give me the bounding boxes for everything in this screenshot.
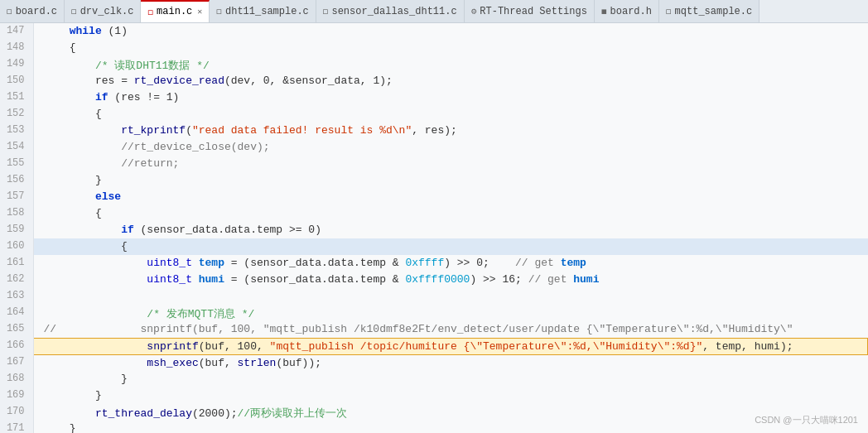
line-number: 170 — [0, 404, 33, 421]
tab-label: sensor_dallas_dht11.c — [331, 6, 456, 17]
code-line: //rt_device_close(dev); — [33, 139, 868, 156]
tab-mqtt-sample-c[interactable]: ◻mqtt_sample.c — [659, 0, 760, 23]
table-row: 148 { — [0, 40, 868, 56]
tab-label: board.c — [16, 6, 57, 17]
table-row: 161 uint8_t temp = (sensor_data.data.tem… — [0, 255, 868, 272]
line-number: 160 — [0, 238, 33, 255]
line-number: 166 — [0, 338, 33, 354]
line-number: 161 — [0, 255, 33, 272]
line-number: 171 — [0, 421, 33, 433]
tab-rt-thread-settings[interactable]: ⚙RT-Thread Settings — [465, 0, 595, 23]
table-row: 167 msh_exec(buf, strlen(buf)); — [0, 354, 868, 371]
line-number: 153 — [0, 123, 33, 139]
code-line: res = rt_device_read(dev, 0, &sensor_dat… — [33, 73, 868, 89]
line-number: 150 — [0, 73, 33, 89]
code-line: } — [33, 387, 868, 404]
table-row: 154 //rt_device_close(dev); — [0, 139, 868, 156]
table-row: 171 } — [0, 421, 868, 433]
table-row: 159 if (sensor_data.data.temp >= 0) — [0, 222, 868, 238]
line-number: 152 — [0, 106, 33, 123]
code-line: if (sensor_data.data.temp >= 0) — [33, 222, 868, 238]
table-row: 156 } — [0, 172, 868, 189]
code-line — [33, 288, 868, 305]
line-number: 163 — [0, 288, 33, 305]
tab-label: board.h — [610, 6, 652, 17]
line-number: 169 — [0, 387, 33, 404]
code-line: // snprintf(buf, 100, "mqtt_publish /k10… — [33, 321, 868, 338]
table-row: 170 rt_thread_delay(2000);//两秒读取并上传一次 — [0, 404, 868, 421]
editor: 147 while (1)148 {149 /* 读取DHT11数据 */150… — [0, 23, 868, 433]
watermark: CSDN @一只大喵咪1201 — [755, 414, 858, 426]
table-row: 147 while (1) — [0, 23, 868, 40]
settings-icon: ⚙ — [471, 6, 477, 17]
code-line: { — [33, 40, 868, 56]
close-icon[interactable]: ✕ — [197, 7, 202, 17]
code-line: /* 读取DHT11数据 */ — [33, 56, 868, 73]
tab-drv-clk-c[interactable]: ◻drv_clk.c — [65, 0, 141, 23]
tab-label: RT-Thread Settings — [480, 6, 587, 17]
table-row: 155 //return; — [0, 156, 868, 172]
code-line: rt_thread_delay(2000);//两秒读取并上传一次 — [33, 404, 868, 421]
code-line: { — [33, 205, 868, 222]
line-number: 154 — [0, 139, 33, 156]
c-file-icon: ◻ — [323, 6, 329, 17]
line-number: 151 — [0, 89, 33, 106]
line-number: 148 — [0, 40, 33, 56]
code-line: //return; — [33, 156, 868, 172]
table-row: 157 else — [0, 189, 868, 205]
table-row: 166 snprintf(buf, 100, "mqtt_publish /to… — [0, 338, 868, 354]
line-number: 164 — [0, 305, 33, 321]
c-file-icon: ◻ — [71, 6, 77, 17]
line-number: 158 — [0, 205, 33, 222]
code-line: else — [33, 189, 868, 205]
table-row: 152 { — [0, 106, 868, 123]
tab-sensor-dallas-dht11-c[interactable]: ◻sensor_dallas_dht11.c — [316, 0, 465, 23]
table-row: 168 } — [0, 371, 868, 387]
code-line: if (res != 1) — [33, 89, 868, 106]
tab-board-c[interactable]: ◻board.c — [0, 0, 65, 23]
code-line: } — [33, 421, 868, 433]
line-number: 155 — [0, 156, 33, 172]
tab-dht11-sample-c[interactable]: ◻dht11_sample.c — [210, 0, 316, 23]
code-line: uint8_t temp = (sensor_data.data.temp & … — [33, 255, 868, 272]
line-number: 165 — [0, 321, 33, 338]
line-number: 167 — [0, 354, 33, 371]
code-line: /* 发布MQTT消息 */ — [33, 305, 868, 321]
table-row: 153 rt_kprintf("read data failed! result… — [0, 123, 868, 139]
table-row: 165// snprintf(buf, 100, "mqtt_publish /… — [0, 321, 868, 338]
line-number: 159 — [0, 222, 33, 238]
code-line: { — [33, 238, 868, 255]
line-number: 168 — [0, 371, 33, 387]
line-number: 157 — [0, 189, 33, 205]
code-line: } — [33, 371, 868, 387]
code-line: uint8_t humi = (sensor_data.data.temp & … — [33, 272, 868, 288]
line-number: 162 — [0, 272, 33, 288]
code-line: } — [33, 172, 868, 189]
line-number: 149 — [0, 56, 33, 73]
table-row: 162 uint8_t humi = (sensor_data.data.tem… — [0, 272, 868, 288]
code-line: { — [33, 106, 868, 123]
tab-label: mqtt_sample.c — [675, 6, 753, 17]
c-file-icon: ◻ — [7, 6, 12, 17]
code-line: msh_exec(buf, strlen(buf)); — [33, 354, 868, 371]
table-row: 149 /* 读取DHT11数据 */ — [0, 56, 868, 73]
tab-label: drv_clk.c — [80, 6, 134, 17]
table-row: 163 — [0, 288, 868, 305]
tab-main-c[interactable]: ◻main.c✕ — [141, 0, 210, 23]
tab-bar: ◻board.c◻drv_clk.c◻main.c✕◻dht11_sample.… — [0, 0, 868, 23]
line-number: 156 — [0, 172, 33, 189]
h-file-icon: ◼ — [601, 6, 607, 17]
tab-label: dht11_sample.c — [225, 6, 309, 17]
table-row: 160 { — [0, 238, 868, 255]
table-row: 164 /* 发布MQTT消息 */ — [0, 305, 868, 321]
code-line: snprintf(buf, 100, "mqtt_publish /topic/… — [33, 338, 868, 354]
code-line: rt_kprintf("read data failed! result is … — [33, 123, 868, 139]
tab-label: main.c — [157, 6, 192, 17]
line-number: 147 — [0, 23, 33, 40]
table-row: 150 res = rt_device_read(dev, 0, &sensor… — [0, 73, 868, 89]
tab-board-h[interactable]: ◼board.h — [595, 0, 659, 23]
table-row: 169 } — [0, 387, 868, 404]
table-row: 158 { — [0, 205, 868, 222]
c-file-icon: ◻ — [216, 6, 222, 17]
code-line: while (1) — [33, 23, 868, 40]
